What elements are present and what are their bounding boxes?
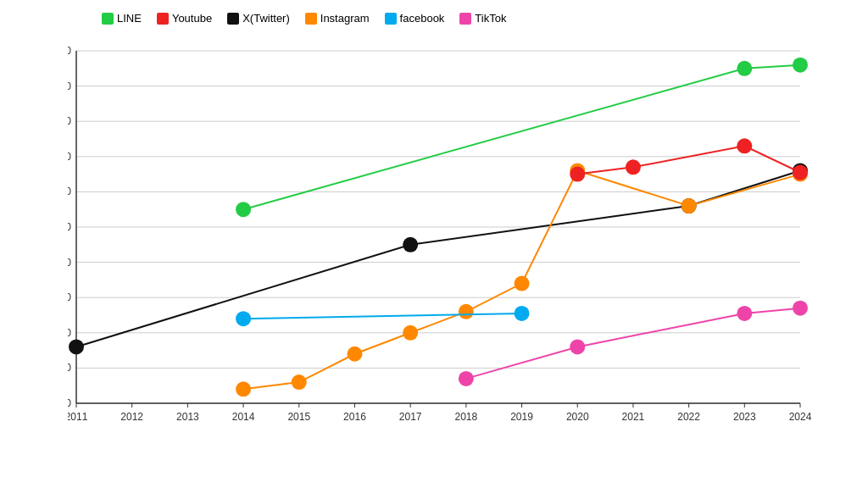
- legend-item-xtwitter: X(Twitter): [227, 12, 290, 25]
- svg-text:2022: 2022: [677, 411, 700, 423]
- svg-point-53: [737, 61, 752, 76]
- svg-text:2019: 2019: [510, 411, 533, 423]
- svg-text:2023: 2023: [733, 411, 756, 423]
- svg-text:9,000: 9,000: [68, 80, 71, 92]
- legend-label-TikTok: TikTok: [475, 12, 506, 25]
- svg-point-54: [793, 58, 808, 73]
- legend-color-LINE: [102, 13, 114, 25]
- svg-point-72: [236, 311, 251, 326]
- svg-text:2011: 2011: [68, 411, 88, 423]
- svg-text:7,000: 7,000: [68, 151, 71, 163]
- legend-item-line: LINE: [102, 12, 142, 25]
- svg-point-70: [737, 138, 752, 153]
- legend-item-tiktok: TikTok: [459, 12, 506, 25]
- svg-text:2024: 2024: [789, 411, 812, 423]
- legend-color-Instagram: [305, 13, 317, 25]
- svg-text:6,000: 6,000: [68, 186, 71, 197]
- svg-point-62: [403, 325, 418, 341]
- svg-point-71: [793, 165, 808, 180]
- legend-label-Youtube: Youtube: [172, 12, 212, 25]
- chart-container: LINEYoutubeX(Twitter)InstagramfacebookTi…: [0, 0, 868, 488]
- legend-item-youtube: Youtube: [157, 12, 212, 25]
- chart-svg: 01,0002,0003,0004,0005,0006,0007,0008,00…: [68, 42, 826, 437]
- legend-item-facebook: facebook: [385, 12, 445, 25]
- svg-point-64: [515, 276, 530, 291]
- svg-point-76: [737, 306, 752, 321]
- legend-color-X(Twitter): [227, 13, 239, 25]
- legend-item-instagram: Instagram: [305, 12, 370, 25]
- legend-label-facebook: facebook: [400, 12, 445, 25]
- svg-text:0: 0: [68, 397, 71, 409]
- svg-text:5,000: 5,000: [68, 221, 71, 233]
- legend-color-Youtube: [157, 13, 169, 25]
- svg-point-69: [626, 159, 641, 175]
- svg-text:2014: 2014: [232, 411, 255, 423]
- svg-point-74: [459, 371, 474, 386]
- legend-color-TikTok: [459, 13, 471, 25]
- svg-point-52: [236, 202, 251, 217]
- svg-text:2017: 2017: [399, 411, 422, 423]
- svg-point-56: [403, 237, 418, 252]
- svg-point-55: [69, 339, 84, 354]
- svg-text:2018: 2018: [454, 411, 477, 423]
- svg-point-73: [515, 306, 530, 321]
- svg-text:2013: 2013: [176, 411, 199, 423]
- svg-point-63: [459, 304, 474, 319]
- legend-label-X(Twitter): X(Twitter): [242, 12, 290, 25]
- svg-text:2016: 2016: [343, 411, 366, 423]
- svg-text:2021: 2021: [622, 411, 645, 423]
- svg-point-68: [570, 167, 585, 182]
- svg-text:8,000: 8,000: [68, 115, 71, 127]
- svg-point-59: [236, 381, 251, 396]
- svg-text:4,000: 4,000: [68, 257, 71, 269]
- svg-text:2012: 2012: [120, 411, 143, 423]
- svg-text:2015: 2015: [287, 411, 310, 423]
- svg-point-61: [347, 347, 362, 362]
- legend-label-Instagram: Instagram: [320, 12, 370, 25]
- svg-text:1,000: 1,000: [68, 362, 71, 374]
- svg-text:2020: 2020: [566, 411, 589, 423]
- svg-point-60: [292, 374, 307, 390]
- legend-color-facebook: [385, 13, 397, 25]
- svg-text:3,000: 3,000: [68, 291, 71, 303]
- svg-point-75: [570, 339, 585, 354]
- chart-legend: LINEYoutubeX(Twitter)InstagramfacebookTi…: [102, 12, 506, 25]
- svg-point-77: [793, 301, 808, 316]
- svg-point-66: [682, 198, 697, 214]
- svg-text:10,000: 10,000: [68, 45, 71, 57]
- svg-text:2,000: 2,000: [68, 327, 71, 339]
- legend-label-LINE: LINE: [117, 12, 142, 25]
